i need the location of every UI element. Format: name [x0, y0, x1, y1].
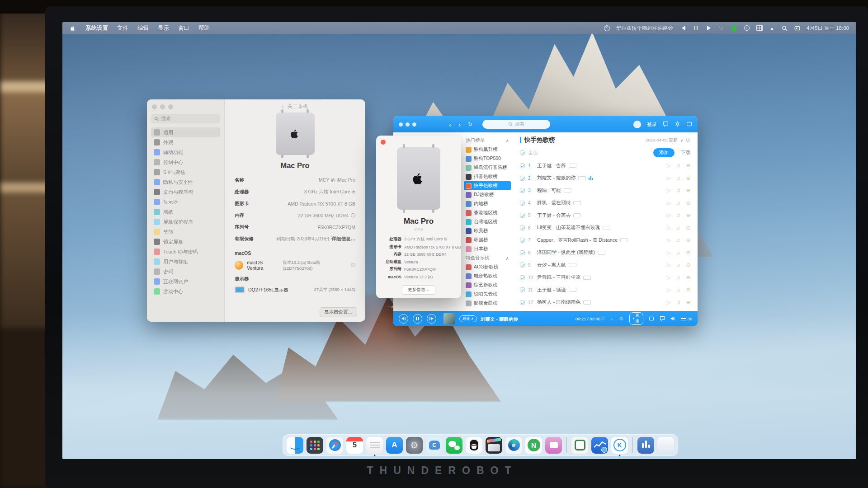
- apple-menu-icon[interactable]: [70, 25, 76, 32]
- favorite-icon[interactable]: ♡: [600, 315, 605, 322]
- green-status-icon[interactable]: [731, 25, 737, 32]
- chart-nav-item-影视金曲榜[interactable]: 影视金曲榜: [464, 299, 511, 308]
- input-method-icon[interactable]: [756, 25, 763, 32]
- play-icon[interactable]: ▷: [667, 237, 670, 243]
- add-to-icon[interactable]: ♫: [677, 188, 680, 193]
- settings-search-input[interactable]: 搜索: [151, 114, 220, 123]
- dock-icon-greenpad[interactable]: [571, 437, 588, 454]
- menu-item-文件[interactable]: 文件: [117, 24, 128, 32]
- back-chevron-icon[interactable]: ‹: [282, 103, 284, 109]
- chart-nav-item-电音热歌榜[interactable]: 电音热歌榜: [464, 272, 511, 281]
- sidebar-item-显示器[interactable]: 显示器: [151, 197, 220, 207]
- song-row[interactable]: 1王子健 - 告辞▷♫⊖: [520, 160, 690, 172]
- volume-icon[interactable]: [670, 316, 676, 321]
- miniplayer-icon[interactable]: [686, 121, 692, 128]
- sidebar-item-用户与群组[interactable]: 用户与群组: [151, 257, 220, 267]
- details-link[interactable]: 详细信息…: [332, 236, 356, 242]
- more-icon[interactable]: ⊖: [686, 212, 690, 218]
- sidebar-item-Touch ID与密码[interactable]: Touch ID与密码: [151, 247, 220, 257]
- sidebar-item-外观[interactable]: 外观: [151, 137, 220, 147]
- info-icon[interactable]: ⓘ: [351, 212, 355, 219]
- song-row[interactable]: 12杨树人 - 江南烟雨色▷♫⊖: [520, 296, 690, 309]
- eject-icon[interactable]: ▲: [769, 25, 775, 32]
- sidebar-item-密码[interactable]: 密码: [151, 267, 220, 277]
- more-icon[interactable]: ⊖: [686, 275, 690, 281]
- song-checkbox[interactable]: [520, 188, 525, 193]
- song-row[interactable]: 5王子健 - 会离去▷♫⊖: [520, 209, 690, 222]
- dock-icon-calendar[interactable]: 5: [346, 437, 363, 454]
- menu-item-编辑[interactable]: 编辑: [137, 24, 149, 32]
- play-icon[interactable]: ▷: [667, 250, 670, 256]
- back-icon[interactable]: ‹: [449, 121, 451, 128]
- comment-icon[interactable]: [660, 316, 665, 321]
- select-all-checkbox[interactable]: [520, 150, 525, 155]
- more-info-button[interactable]: 更多信息…: [402, 285, 435, 295]
- previous-button[interactable]: [399, 314, 408, 324]
- chart-nav-item-内地榜[interactable]: 内地榜: [464, 199, 511, 208]
- song-checkbox[interactable]: [520, 300, 525, 305]
- play-icon[interactable]: ▷: [667, 287, 670, 293]
- menu-item-显示[interactable]: 显示: [158, 24, 169, 32]
- download-icon[interactable]: ↓: [610, 316, 613, 321]
- feature-charts-section[interactable]: 特色音乐榜∧: [464, 253, 511, 263]
- menubar-clock[interactable]: 4月5日 周三 18:00: [807, 25, 849, 32]
- next-button[interactable]: [427, 314, 436, 324]
- dropdown-icon[interactable]: ∨: [680, 138, 684, 143]
- menu-item-帮助[interactable]: 帮助: [198, 24, 210, 32]
- message-icon[interactable]: [663, 121, 669, 128]
- chart-nav-item-DJ热歌榜[interactable]: DJ热歌榜: [464, 190, 511, 199]
- play-icon[interactable]: ▷: [667, 212, 670, 218]
- add-to-icon[interactable]: ♫: [677, 275, 680, 281]
- song-row[interactable]: 9云汐 - 离人赋▷♫⊖: [520, 259, 690, 272]
- play-icon[interactable]: ▷: [667, 163, 670, 169]
- add-to-icon[interactable]: ♫: [677, 175, 680, 181]
- window-controls[interactable]: [152, 104, 219, 109]
- chart-nav-item-酷狗飙升榜[interactable]: 酷狗飙升榜: [464, 145, 511, 154]
- close-button[interactable]: [381, 140, 386, 145]
- pause-button[interactable]: [413, 314, 422, 324]
- dock-icon-notes[interactable]: [366, 437, 383, 454]
- more-icon[interactable]: ⊖: [686, 300, 690, 305]
- song-row[interactable]: 11王子健 - 循迹▷♫⊖: [520, 284, 690, 296]
- record-icon[interactable]: [604, 25, 610, 32]
- song-checkbox[interactable]: [520, 201, 525, 206]
- song-checkbox[interactable]: [520, 263, 525, 267]
- info-icon[interactable]: ⓘ: [351, 262, 355, 268]
- song-checkbox[interactable]: [520, 250, 525, 255]
- avatar[interactable]: [633, 121, 641, 128]
- download-button[interactable]: 下载: [681, 150, 690, 156]
- login-button[interactable]: 登录: [647, 121, 657, 128]
- chart-nav-item-台湾地区榜[interactable]: 台湾地区榜: [464, 217, 511, 226]
- sidebar-item-控制中心[interactable]: 控制中心: [151, 157, 220, 167]
- more-icon[interactable]: ⊖: [686, 287, 690, 293]
- add-to-icon[interactable]: ♫: [677, 300, 680, 305]
- menu-item-窗口[interactable]: 窗口: [178, 24, 189, 32]
- sidebar-item-Siri与聚焦[interactable]: Siri与聚焦: [151, 167, 220, 177]
- more-icon[interactable]: ⊖: [686, 175, 690, 181]
- dock-icon-kugou[interactable]: K: [611, 437, 628, 454]
- next-icon[interactable]: [705, 25, 712, 32]
- dock-icon-napp[interactable]: N: [525, 437, 542, 454]
- playlist-icon[interactable]: 30: [681, 316, 692, 321]
- hot-charts-section[interactable]: 热门榜单∧: [464, 136, 511, 145]
- song-checkbox[interactable]: [520, 275, 525, 280]
- search-icon[interactable]: [781, 25, 788, 32]
- sidebar-item-游戏中心[interactable]: 游戏中心: [151, 286, 220, 296]
- settings-icon[interactable]: [675, 121, 680, 128]
- refresh-icon[interactable]: ↻: [468, 121, 472, 127]
- dock-icon-wechat[interactable]: [446, 437, 462, 454]
- forward-icon[interactable]: ›: [458, 121, 461, 128]
- lyrics-icon[interactable]: [649, 316, 654, 321]
- display-settings-button[interactable]: 显示器设置…: [320, 307, 357, 317]
- chart-nav-item-说唱先锋榜[interactable]: 说唱先锋榜: [464, 290, 511, 299]
- pause-icon[interactable]: [693, 25, 699, 32]
- menu-app-name[interactable]: 系统设置: [85, 24, 108, 32]
- dock-icon-edge[interactable]: e: [505, 437, 522, 454]
- song-row[interactable]: 7Capper、罗言RollFlash - 雪 Distance▷♫⊖: [520, 234, 690, 247]
- chart-nav-item-欧美榜[interactable]: 欧美榜: [464, 226, 511, 235]
- add-to-icon[interactable]: ♫: [677, 212, 680, 218]
- sidebar-item-通用[interactable]: 通用: [151, 127, 220, 137]
- window-controls[interactable]: [399, 122, 416, 127]
- add-to-icon[interactable]: ♫: [677, 237, 680, 243]
- song-checkbox[interactable]: [520, 287, 525, 292]
